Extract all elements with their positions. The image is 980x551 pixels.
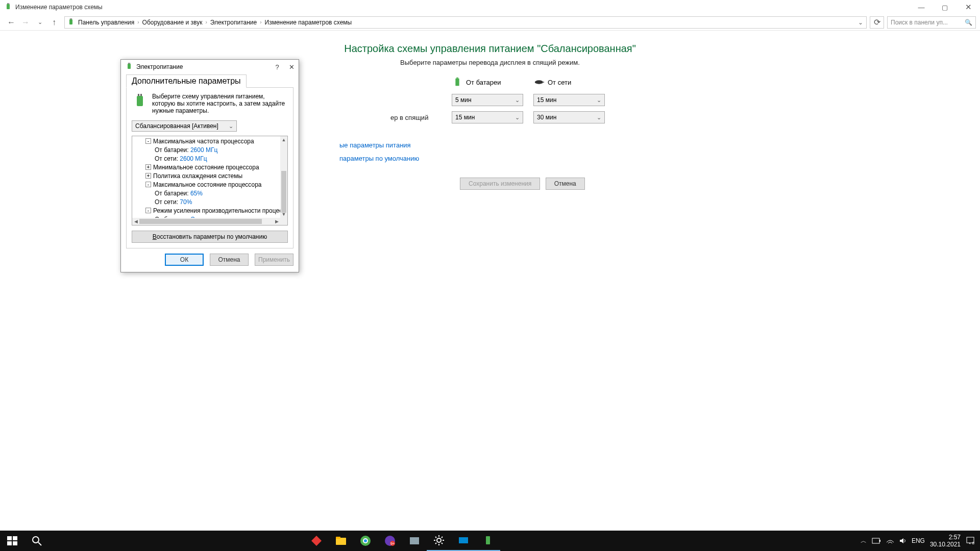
breadcrumb-item[interactable]: Изменение параметров схемы <box>265 19 352 26</box>
tree-value[interactable]: 2600 МГц <box>180 155 207 162</box>
taskbar-chrome[interactable] <box>353 531 378 551</box>
tray-overflow[interactable]: ︿ <box>861 537 867 545</box>
up-button[interactable]: ↑ <box>47 15 61 30</box>
scroll-left-arrow[interactable]: ◀ <box>132 218 139 225</box>
taskbar-settings[interactable] <box>427 531 451 551</box>
svg-rect-15 <box>140 94 142 96</box>
svg-rect-34 <box>486 536 490 544</box>
display-off-battery-select[interactable]: 5 мин⌄ <box>452 94 523 106</box>
scroll-down-arrow[interactable]: ▼ <box>280 211 287 218</box>
save-button[interactable]: Сохранить изменения <box>460 178 540 190</box>
dialog-title: Электропитание <box>136 63 183 70</box>
vertical-scrollbar[interactable]: ▲ ▼ <box>280 136 287 218</box>
scroll-up-arrow[interactable]: ▲ <box>280 136 287 143</box>
link-advanced-settings[interactable]: ые параметры питания <box>339 139 671 152</box>
horizontal-scrollbar[interactable]: ◀ ▶ <box>132 218 280 225</box>
close-button[interactable]: ✕ <box>957 0 980 14</box>
chevron-right-icon: › <box>260 19 261 25</box>
language-indicator[interactable]: ENG <box>912 537 925 544</box>
scroll-thumb[interactable] <box>281 171 286 213</box>
display-off-ac-select[interactable]: 15 мин⌄ <box>533 94 605 106</box>
tree-node[interactable]: +Политика охлаждения системы <box>136 172 280 181</box>
settings-tree: -Максимальная частота процессораОт батар… <box>132 136 288 226</box>
breadcrumb-item[interactable]: Электропитание <box>210 19 257 26</box>
tree-toggle[interactable]: - <box>145 208 151 213</box>
tree-node[interactable]: -Режим усиления производительности проце… <box>136 207 280 215</box>
tree-toggle[interactable]: - <box>145 182 151 187</box>
dialog-intro: Выберите схему управления питанием, кото… <box>152 93 288 114</box>
taskbar-explorer[interactable] <box>329 531 353 551</box>
dialog-close-button[interactable]: ✕ <box>284 60 299 74</box>
tree-leaf[interactable]: От батареи: 2600 МГц <box>136 146 280 155</box>
recent-dropdown[interactable]: ⌄ <box>33 15 47 30</box>
tree-leaf[interactable]: От сети: 70% <box>136 198 280 207</box>
svg-rect-13 <box>137 96 143 106</box>
tree-leaf[interactable]: От сети: 2600 МГц <box>136 155 280 163</box>
back-button[interactable]: ← <box>4 15 18 30</box>
minimize-button[interactable]: — <box>910 0 933 14</box>
refresh-button[interactable]: ⟳ <box>870 16 884 29</box>
sleep-battery-select[interactable]: 15 мин⌄ <box>452 111 523 123</box>
breadcrumb-item[interactable]: Оборудование и звук <box>142 19 203 26</box>
titlebar: Изменение параметров схемы — ▢ ✕ <box>0 0 980 14</box>
tree-node[interactable]: -Максимальная частота процессора <box>136 137 280 146</box>
link-restore-defaults[interactable]: параметры по умолчанию <box>339 152 671 165</box>
power-options-icon <box>125 63 133 71</box>
taskbar-power-options[interactable] <box>476 531 500 551</box>
svg-rect-3 <box>69 19 72 24</box>
svg-rect-12 <box>130 63 131 64</box>
svg-point-20 <box>33 537 39 543</box>
forward-button[interactable]: → <box>18 15 33 30</box>
start-button[interactable] <box>0 531 24 551</box>
chevron-down-icon: ⌄ <box>515 97 520 104</box>
tree-toggle[interactable]: + <box>145 173 151 179</box>
tab-advanced[interactable]: Дополнительные параметры <box>126 74 247 88</box>
tree-leaf[interactable]: От батареи: 65% <box>136 189 280 198</box>
svg-rect-10 <box>128 64 131 69</box>
scroll-thumb[interactable] <box>139 219 262 224</box>
chevron-down-icon[interactable]: ⌄ <box>858 19 863 26</box>
clock[interactable]: 2:57 30.10.2021 <box>930 534 961 548</box>
taskbar-app[interactable] <box>402 531 427 551</box>
svg-rect-31 <box>410 537 419 544</box>
svg-rect-5 <box>71 18 72 19</box>
svg-rect-19 <box>13 541 17 545</box>
apply-button[interactable]: Применить <box>255 254 293 266</box>
breadcrumb-item[interactable]: Панель управления <box>78 19 134 26</box>
tree-value[interactable]: 70% <box>180 198 192 206</box>
svg-rect-18 <box>7 541 12 545</box>
svg-rect-14 <box>138 94 139 96</box>
cancel-button[interactable]: Отмена <box>210 254 249 266</box>
search-placeholder: Поиск в панели уп... <box>891 19 948 26</box>
search-input[interactable]: Поиск в панели уп... 🔍 <box>887 16 976 29</box>
scroll-right-arrow[interactable]: ▶ <box>273 218 280 225</box>
taskbar-app[interactable] <box>451 531 476 551</box>
svg-rect-33 <box>459 537 468 543</box>
tree-node[interactable]: -Максимальное состояние процессора <box>136 181 280 189</box>
tree-value[interactable]: 65% <box>190 190 203 197</box>
tree-node[interactable]: +Минимальное состояние процессора <box>136 163 280 172</box>
search-button[interactable] <box>24 531 49 551</box>
chevron-down-icon: ⌄ <box>229 123 233 130</box>
ok-button[interactable]: ОК <box>165 254 204 266</box>
help-button[interactable]: ? <box>270 60 284 74</box>
svg-rect-9 <box>542 82 544 83</box>
svg-line-21 <box>38 542 41 545</box>
address-bar[interactable]: Панель управления› Оборудование и звук› … <box>64 16 867 29</box>
sleep-ac-select[interactable]: 30 мин⌄ <box>533 111 605 123</box>
volume-icon[interactable] <box>899 537 906 544</box>
power-scheme-select[interactable]: Сбалансированная [Активен]⌄ <box>132 120 237 132</box>
wifi-icon[interactable] <box>886 537 894 544</box>
battery-tray-icon[interactable] <box>872 537 881 544</box>
tree-toggle[interactable]: + <box>145 164 151 170</box>
maximize-button[interactable]: ▢ <box>933 0 957 14</box>
taskbar-app[interactable]: 9+ <box>378 531 402 551</box>
svg-rect-36 <box>879 540 880 542</box>
notifications-button[interactable]: 8 <box>966 536 975 545</box>
taskbar-app[interactable] <box>304 531 329 551</box>
restore-defaults-button[interactable]: Восстановить параметры по умолчанию <box>132 231 288 243</box>
tree-value[interactable]: 2600 МГц <box>190 146 217 154</box>
cancel-button[interactable]: Отмена <box>546 178 585 190</box>
tree-toggle[interactable]: - <box>145 138 151 144</box>
gear-icon <box>433 534 445 546</box>
